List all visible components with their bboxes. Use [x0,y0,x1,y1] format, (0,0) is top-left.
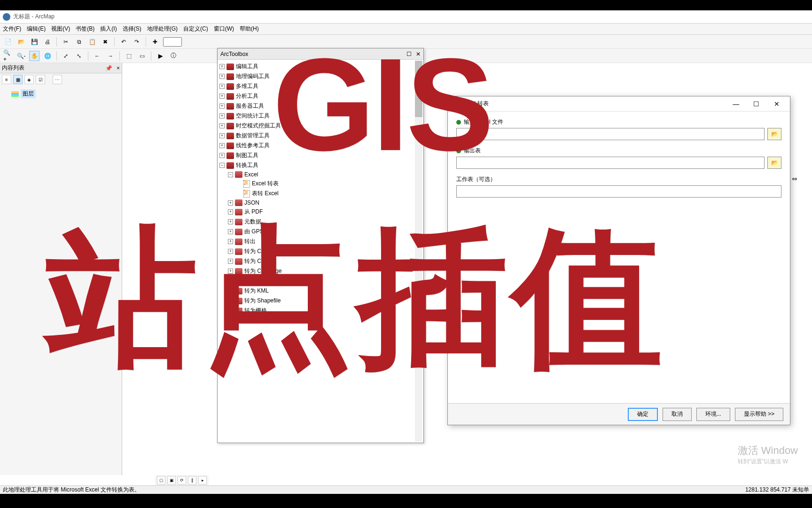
dialog-minimize-icon[interactable]: — [726,100,745,108]
scrollbar-track[interactable] [415,61,422,442]
identify-icon[interactable]: ⓘ [168,51,179,61]
refresh-icon[interactable]: ⟳ [178,476,186,484]
toolbox-item[interactable]: +转为 Shapefile [219,296,422,306]
output-table-field[interactable] [456,157,765,169]
select-features-icon[interactable]: ⬚ [124,51,134,61]
toolbox-item[interactable]: −Excel [219,170,422,179]
new-icon[interactable]: 📄 [3,37,13,47]
toolbox-item[interactable]: +转为 Coverage [219,266,422,276]
fixed-zoom-in-icon[interactable]: ⤢ [61,51,71,61]
expander-icon[interactable]: + [219,64,225,69]
toolbox-item[interactable]: +JSON [219,198,422,207]
cut-icon[interactable]: ✂ [61,37,71,47]
expander-icon[interactable]: + [219,84,225,89]
toolbox-item[interactable]: +空间统计工具 [219,111,422,121]
expander-icon[interactable]: − [228,172,233,177]
toc-close-icon[interactable]: × [117,65,120,71]
toolbox-item[interactable]: +转为 CAD [219,246,422,256]
scale-input[interactable] [163,37,182,47]
expander-icon[interactable]: + [228,249,233,254]
menu-bookmarks[interactable]: 书签(B) [76,25,94,33]
zoom-in-icon[interactable]: 🔍+ [3,51,13,61]
expander-icon[interactable]: + [228,219,233,224]
expander-icon[interactable]: + [219,74,225,79]
expander-icon[interactable]: + [228,298,233,303]
layers-node[interactable]: 图层 [3,88,119,99]
toolbox-item[interactable]: +数据管理工具 [219,131,422,141]
toolbox-item[interactable]: Excel 转表 [219,179,422,189]
ok-button[interactable]: 确定 [628,408,658,421]
toolbox-item[interactable]: +转为 KML [219,286,422,296]
toolbox-item[interactable]: +服务器工具 [219,101,422,111]
cancel-button[interactable]: 取消 [663,408,692,421]
environments-button[interactable]: 环境... [696,408,730,421]
expander-icon[interactable]: + [228,288,233,294]
menu-edit[interactable]: 编辑(E) [27,25,46,33]
fixed-zoom-out-icon[interactable]: ⤡ [74,51,84,61]
menu-view[interactable]: 视图(V) [51,25,70,33]
menu-selection[interactable]: 选择(S) [123,25,141,33]
expander-icon[interactable]: + [219,153,225,158]
back-icon[interactable]: ← [92,51,102,61]
sheet-field[interactable] [456,185,781,198]
toolbox-item[interactable]: +转为 Collada [219,256,422,266]
clear-selection-icon[interactable]: ▭ [137,51,147,61]
menu-customize[interactable]: 自定义(C) [183,25,208,33]
expander-icon[interactable]: + [228,200,233,206]
menu-geoprocessing[interactable]: 地理处理(G) [147,25,178,33]
list-by-visibility-icon[interactable]: ◈ [24,75,34,84]
show-help-button[interactable]: 显示帮助 >> [735,408,783,421]
toolbox-item[interactable]: +元数据 [219,217,422,227]
arctoolbox-maximize-icon[interactable]: ☐ [406,51,412,57]
toolbox-item[interactable]: +转为栅格 [219,306,422,316]
toolbox-item[interactable]: +分析工具 [219,91,422,101]
input-excel-field[interactable] [456,128,765,140]
toc-pin-icon[interactable]: 📌 [105,65,112,71]
paste-icon[interactable]: 📋 [87,37,97,47]
arctoolbox-close-icon[interactable]: ✕ [416,51,421,57]
add-data-icon[interactable]: ✚ [150,37,160,47]
expander-icon[interactable]: + [228,239,233,244]
pause-icon[interactable]: ‖ [188,476,196,484]
menu-insert[interactable]: 插入(I) [100,25,117,33]
toolbox-item[interactable]: +由 GPS [219,227,422,237]
list-by-source-icon[interactable]: ▦ [13,75,23,84]
pan-icon[interactable]: ✋ [29,51,39,61]
options-icon[interactable]: ⋯ [53,75,62,84]
arctoolbox-tree[interactable]: +编辑工具+地理编码工具+多维工具+分析工具+服务器工具+空间统计工具+时空模式… [218,60,423,443]
forward-icon[interactable]: → [105,51,116,61]
expander-icon[interactable]: − [219,163,225,168]
expander-icon[interactable]: + [228,308,233,313]
expander-icon[interactable]: + [228,259,233,264]
dialog-close-icon[interactable]: ✕ [767,100,786,108]
toolbox-item[interactable]: +时空模式挖掘工具 [219,121,422,131]
expander-icon[interactable]: + [219,113,225,119]
expander-icon[interactable]: + [228,269,233,274]
data-view-icon[interactable]: ▢ [157,476,165,484]
expander-icon[interactable]: + [228,278,233,284]
zoom-out-icon[interactable]: 🔍- [16,51,26,61]
toolbox-item[interactable]: +转出 [219,237,422,246]
expander-icon[interactable]: + [219,94,225,99]
list-by-selection-icon[interactable]: ☑ [36,75,45,84]
undo-icon[interactable]: ↶ [118,37,129,47]
menu-windows[interactable]: 窗口(W) [214,25,234,33]
open-icon[interactable]: 📂 [16,37,26,47]
toolbox-item[interactable]: +编辑工具 [219,62,422,71]
select-elements-icon[interactable]: ▶ [155,51,165,61]
expander-icon[interactable]: + [219,103,225,109]
toolbox-item[interactable]: +从 PDF [219,207,422,217]
menu-help[interactable]: 帮助(H) [240,25,259,33]
expander-icon[interactable]: + [219,143,225,148]
layout-view-icon[interactable]: ▣ [167,476,176,484]
print-icon[interactable]: 🖨 [42,37,53,47]
redo-icon[interactable]: ↷ [132,37,142,47]
toolbox-item[interactable]: +转为 dBASE [219,276,422,286]
copy-icon[interactable]: ⧉ [74,37,84,47]
toolbox-item[interactable]: +多维工具 [219,81,422,91]
browse-output-button[interactable]: 📂 [767,157,781,169]
expander-icon[interactable]: + [228,209,233,214]
dialog-maximize-icon[interactable]: ☐ [747,100,766,108]
toolbox-item[interactable]: +线性参考工具 [219,141,422,151]
menu-file[interactable]: 文件(F) [3,25,21,33]
